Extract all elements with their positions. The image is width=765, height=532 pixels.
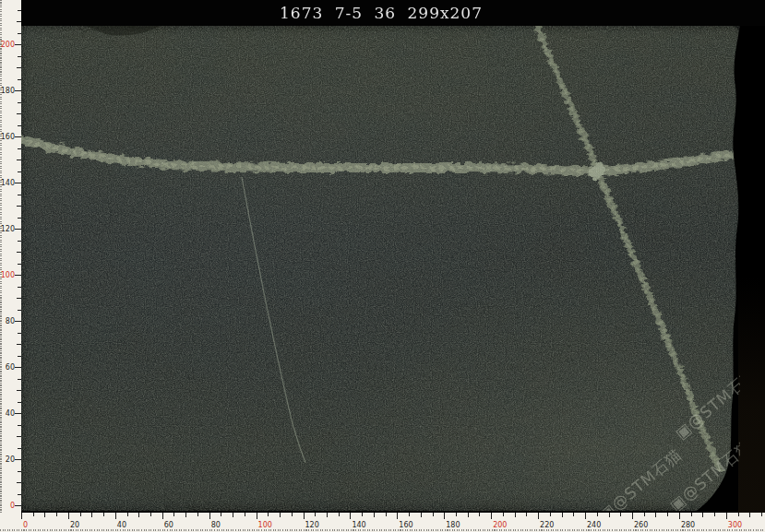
ruler-tick	[18, 379, 21, 380]
ruler-tick	[327, 513, 328, 517]
ruler-label: 300	[728, 521, 742, 529]
ruler-tick	[15, 90, 21, 91]
ruler-label: 120	[305, 521, 319, 529]
ruler-tick	[18, 448, 21, 449]
ruler-tick	[573, 513, 574, 516]
ruler-tick	[17, 21, 21, 22]
ruler-tick	[15, 459, 21, 460]
ruler-tick	[15, 367, 21, 368]
ruler-tick	[15, 229, 21, 230]
ruler-label: 60	[164, 521, 173, 529]
ruler-tick	[456, 513, 457, 516]
ruler-tick	[18, 218, 21, 219]
stone-texture-svg: ▣@STM石猫 ▣@STM石猫 ▣@STM石猫	[21, 26, 740, 511]
title-bar: 1673 7-5 36 299x207	[21, 0, 765, 26]
ruler-tick	[44, 513, 45, 517]
ruler-label: 100	[0, 271, 15, 279]
ruler-tick	[17, 252, 21, 253]
ruler-tick	[91, 513, 92, 517]
right-margin-shadow	[738, 277, 765, 513]
stone-grain	[21, 26, 740, 511]
ruler-tick	[18, 148, 21, 149]
ruler-tick	[18, 56, 21, 57]
ruler-label: 260	[634, 521, 648, 529]
ruler-vertical-dots	[0, 0, 2, 513]
ruler-tick	[221, 513, 221, 516]
page-title: 1673 7-5 36 299x207	[21, 0, 741, 26]
ruler-tick	[397, 513, 398, 519]
ruler-tick	[468, 513, 469, 517]
ruler-tick	[597, 513, 598, 516]
ruler-tick	[21, 513, 22, 519]
ruler-tick	[409, 513, 410, 516]
ruler-tick	[292, 513, 293, 516]
ruler-label: 220	[540, 521, 554, 529]
ruler-tick	[702, 513, 703, 517]
ruler-label: 140	[352, 521, 365, 529]
ruler-tick	[15, 413, 21, 414]
ruler-tick	[491, 513, 492, 519]
ruler-tick	[233, 513, 233, 517]
ruler-tick	[268, 513, 269, 516]
ruler-tick	[197, 513, 198, 516]
ruler-tick	[17, 160, 21, 160]
ruler-tick	[18, 33, 21, 34]
stone-scan-viewer: ▣@STM石猫 ▣@STM石猫 ▣@STM石猫 1673 7-5 36 299x…	[0, 0, 765, 532]
ruler-tick	[655, 513, 656, 517]
ruler-tick	[738, 513, 739, 516]
ruler-tick	[173, 513, 174, 516]
ruler-tick	[18, 333, 21, 334]
ruler-tick	[18, 425, 21, 426]
ruler-label: 0	[0, 502, 15, 510]
ruler-tick	[245, 513, 245, 516]
ruler-tick	[18, 79, 21, 80]
ruler-tick	[726, 513, 727, 519]
ruler-label: 40	[117, 521, 126, 529]
ruler-tick	[18, 102, 21, 103]
ruler-tick	[18, 10, 21, 11]
ruler-tick	[620, 513, 621, 516]
ruler-tick	[15, 136, 21, 137]
ruler-tick	[18, 171, 21, 172]
ruler-label: 0	[23, 521, 28, 529]
ruler-tick	[691, 513, 692, 516]
ruler-tick	[18, 494, 21, 495]
ruler-vertical: 020406080100120140160180200	[0, 0, 21, 513]
ruler-label: 80	[0, 317, 15, 325]
ruler-tick	[433, 513, 434, 516]
ruler-label: 200	[493, 521, 507, 529]
ruler-tick	[749, 513, 750, 517]
ruler-horizontal: 0204060801001201401601802002202402602803…	[0, 513, 765, 532]
slab-image: ▣@STM石猫 ▣@STM石猫 ▣@STM石猫	[21, 26, 740, 511]
ruler-tick	[632, 513, 633, 519]
ruler-tick	[15, 321, 21, 322]
ruler-label: 100	[258, 521, 272, 529]
ruler-tick	[17, 344, 21, 345]
ruler-tick	[15, 44, 21, 45]
ruler-tick	[421, 513, 422, 517]
ruler-tick	[257, 513, 257, 519]
ruler-tick	[162, 513, 163, 519]
ruler-tick	[115, 513, 116, 519]
ruler-tick	[280, 513, 281, 517]
ruler-tick	[679, 513, 680, 519]
ruler-tick	[18, 356, 21, 357]
ruler-tick	[644, 513, 645, 516]
ruler-tick	[17, 390, 21, 391]
ruler-tick	[714, 513, 715, 516]
ruler-tick	[386, 513, 387, 516]
ruler-tick	[209, 513, 210, 519]
ruler-label: 180	[446, 521, 460, 529]
ruler-tick	[18, 264, 21, 265]
ruler-tick	[80, 513, 81, 516]
ruler-tick	[444, 513, 445, 519]
ruler-label: 160	[0, 133, 15, 141]
ruler-tick	[350, 513, 351, 519]
ruler-tick	[304, 513, 305, 519]
ruler-tick	[315, 513, 316, 516]
ruler-tick	[526, 513, 527, 516]
ruler-tick	[17, 67, 21, 68]
ruler-label: 180	[0, 87, 15, 95]
ruler-tick	[362, 513, 363, 516]
ruler-tick	[56, 513, 57, 516]
